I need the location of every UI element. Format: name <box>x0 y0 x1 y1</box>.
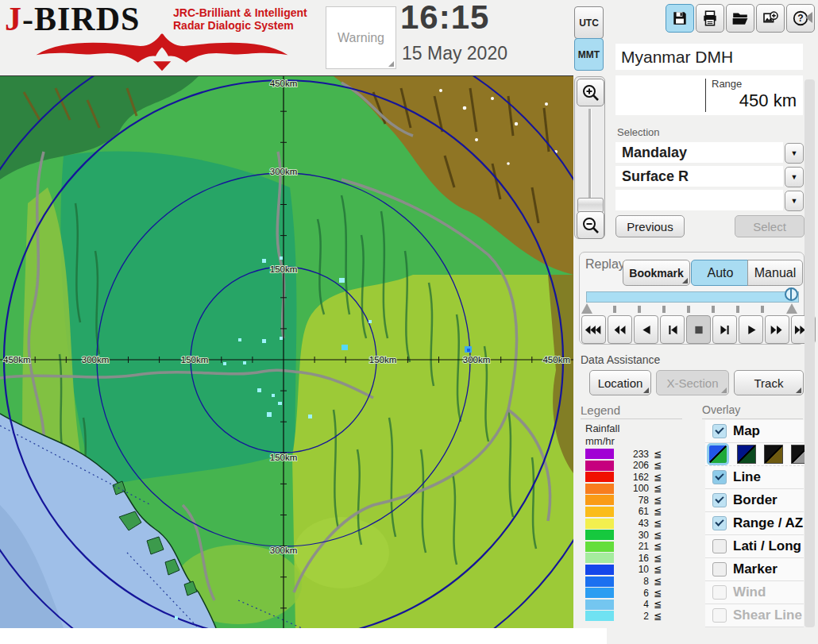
product-dropdown[interactable]: Surface R <box>615 166 783 187</box>
forward-button[interactable] <box>765 315 789 344</box>
map-style-swatch[interactable] <box>707 443 729 465</box>
legend-value: 6 <box>614 588 649 599</box>
zoom-slider-track[interactable] <box>588 109 592 202</box>
legend-divider <box>581 418 682 419</box>
capture-button[interactable] <box>756 4 785 33</box>
echo-cell <box>257 388 261 392</box>
slider-end-marker[interactable] <box>786 303 797 314</box>
open-folder-button[interactable] <box>726 4 754 33</box>
slider-tick <box>638 306 641 313</box>
legend-color-swatch <box>585 484 614 494</box>
zoom-out-button[interactable] <box>577 211 604 239</box>
legend-value: 2 <box>614 611 649 622</box>
echo-cell <box>238 338 241 341</box>
timezone-mmt-button[interactable]: MMT <box>574 38 604 71</box>
timezone-utc-button[interactable]: UTC <box>574 6 604 39</box>
data-assistance-label: Data Assistance <box>581 353 660 366</box>
echo-cell <box>243 361 246 364</box>
option-dropdown[interactable] <box>615 190 783 210</box>
map-style-swatch[interactable] <box>737 445 756 464</box>
legend-row: 162 ≦ <box>585 472 666 482</box>
legend-suffix: ≦ <box>649 553 662 564</box>
svg-text:?: ? <box>797 13 803 24</box>
legend-value: 8 <box>614 576 649 587</box>
checkbox-border[interactable] <box>712 493 727 507</box>
checkbox-map[interactable] <box>712 424 727 438</box>
bookmark-button[interactable]: Bookmark <box>623 260 690 286</box>
echo-cell <box>280 256 283 260</box>
save-button[interactable] <box>666 4 694 33</box>
replay-slider-track[interactable] <box>586 291 799 303</box>
range-box: Range 450 km <box>615 75 803 115</box>
overlay-item-wind: Wind <box>705 581 804 604</box>
legend-row: 206 ≦ <box>585 461 666 471</box>
legend-suffix: ≦ <box>649 611 662 622</box>
overlay-item-label: Border <box>733 492 777 508</box>
overlay-item-marker[interactable]: Marker <box>705 558 804 581</box>
warning-button[interactable]: Warning <box>326 6 396 69</box>
checkbox-lati-long[interactable] <box>712 539 727 553</box>
legend-row: 6 ≦ <box>585 588 666 598</box>
slider-start-marker[interactable] <box>581 303 592 314</box>
check-icon <box>715 494 723 503</box>
legend-value: 43 <box>614 518 649 529</box>
legend-row: 16 ≦ <box>585 553 666 563</box>
location-button[interactable]: Location <box>589 370 651 395</box>
terrain-base-layer: 450km300km150km150km300km450km300km150km… <box>0 75 573 628</box>
reverse-play-button[interactable] <box>634 315 658 344</box>
legend-value: 100 <box>614 483 649 494</box>
overlay-item-range-az[interactable]: Range / AZ <box>705 512 804 535</box>
site-dropdown-arrow-icon[interactable]: ▼ <box>785 143 804 164</box>
check-icon <box>715 425 723 434</box>
play-button[interactable] <box>739 315 763 344</box>
checkbox-range-az[interactable] <box>712 516 727 530</box>
legend-suffix: ≦ <box>649 518 662 529</box>
replay-slider-handle[interactable] <box>785 287 798 301</box>
legend-suffix: ≦ <box>649 576 662 587</box>
legend-value: 162 <box>614 472 649 483</box>
product-dropdown-arrow-icon[interactable]: ▼ <box>785 167 804 187</box>
map-style-swatch[interactable] <box>764 445 783 464</box>
manual-mode-button[interactable]: Manual <box>747 260 803 286</box>
reverse-play-icon <box>637 324 656 336</box>
skip-start-button[interactable] <box>660 315 685 344</box>
track-button[interactable]: Track <box>734 370 804 395</box>
option-dropdown-arrow-icon[interactable]: ▼ <box>785 191 804 211</box>
jbirds-app: J-BIRDS JRC-Brilliant & Intelligent Rada… <box>0 0 818 644</box>
right-panel-scrollbar[interactable] <box>804 79 815 627</box>
checkbox-line[interactable] <box>712 470 727 484</box>
stop-button[interactable] <box>686 315 711 344</box>
rewind-fast-icon <box>585 324 604 336</box>
radar-map[interactable]: 450km300km150km150km300km450km300km150km… <box>0 75 573 628</box>
overlay-item-line[interactable]: Line <box>705 466 804 489</box>
panel-collapse-arrow-icon[interactable] <box>805 12 812 23</box>
playback-controls <box>581 315 816 344</box>
echo-cell <box>267 412 272 417</box>
overlay-item-lati-long[interactable]: Lati / Long <box>705 535 804 558</box>
bookmark-corner-expander <box>682 278 688 283</box>
rewind-fast-button[interactable] <box>581 315 606 344</box>
x-section-button[interactable]: X-Section <box>656 370 729 395</box>
legend-value: 233 <box>614 449 649 460</box>
legend-row: 21 ≦ <box>585 542 666 552</box>
legend-row: 43 ≦ <box>585 519 666 529</box>
legend-color-swatch <box>585 519 614 529</box>
checkbox-wind <box>712 585 727 600</box>
checkbox-marker[interactable] <box>712 562 727 577</box>
legend-suffix: ≦ <box>649 588 662 599</box>
range-ring-label: 450km <box>3 355 31 364</box>
legend-value: 78 <box>614 495 649 506</box>
print-button[interactable] <box>696 4 724 33</box>
auto-mode-button[interactable]: Auto <box>691 260 750 286</box>
overlay-item-map[interactable]: Map <box>705 420 804 443</box>
zoom-in-button[interactable] <box>577 79 604 106</box>
previous-button[interactable]: Previous <box>615 215 685 237</box>
rewind-button[interactable] <box>608 315 632 344</box>
station-name: Myanmar DMH <box>615 44 803 70</box>
site-dropdown[interactable]: Mandalay <box>615 142 783 163</box>
legend-color-swatch <box>585 611 614 621</box>
location-corner-expander <box>643 388 649 393</box>
overlay-item-border[interactable]: Border <box>705 489 804 512</box>
skip-end-button[interactable] <box>712 315 737 344</box>
select-button[interactable]: Select <box>735 215 804 237</box>
